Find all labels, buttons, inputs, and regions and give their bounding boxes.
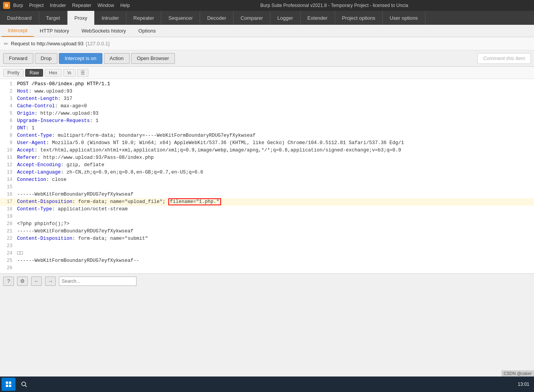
code-line-14: 14Connection: close	[0, 176, 534, 184]
fmt-newline[interactable]: \n	[63, 69, 76, 77]
code-line-11: 11Referer: http://www.upload:93/Pass-08/…	[0, 154, 534, 162]
fmt-raw[interactable]: Raw	[25, 69, 43, 77]
tab-dashboard[interactable]: Dashboard	[0, 11, 39, 25]
taskbar-start[interactable]	[2, 378, 16, 391]
code-line-23: 23	[0, 242, 534, 250]
edit-icon: ✏	[4, 41, 9, 47]
code-line-24: 24□□	[0, 250, 534, 257]
menu-help[interactable]: Help	[120, 3, 130, 8]
code-line-21: 21------WebKitFormBoundaryRDUG7eyfXykwse…	[0, 228, 534, 235]
title-bar: B Burp Project Intruder Repeater Window …	[0, 0, 534, 11]
watermark: CSDN @caker	[501, 370, 534, 377]
code-line-6: 6Upgrade-Insecure-Requests: 1	[0, 117, 534, 125]
fmt-menu-icon[interactable]: ☰	[77, 69, 88, 77]
tab-comparer[interactable]: Comparer	[233, 11, 270, 25]
sub-nav: Intercept HTTP history WebSockets histor…	[0, 25, 534, 37]
code-line-20: 20<?php phpinfo();?>	[0, 220, 534, 228]
code-line-4: 4Cache-Control: max-age=0	[0, 103, 534, 110]
code-area[interactable]: 1POST /Pass-08/index.php HTTP/1.12Host: …	[0, 79, 534, 273]
bottom-bar: ? ⚙ ← →	[0, 273, 534, 288]
code-line-9: 9User-Agent: Mozilla/5.0 (Windows NT 10.…	[0, 139, 534, 147]
subtab-intercept[interactable]: Intercept	[2, 25, 34, 37]
taskbar-clock: 13:01	[518, 382, 532, 387]
back-button[interactable]: ←	[31, 277, 42, 286]
burp-icon: B	[3, 2, 10, 9]
fmt-hex[interactable]: Hex	[45, 69, 61, 77]
code-line-26: 26	[0, 265, 534, 272]
code-line-5: 5Origin: http://www.upload:93	[0, 110, 534, 117]
request-header: ✏ Request to http://www.upload:93 [127.0…	[0, 37, 534, 50]
tab-extender[interactable]: Extender	[301, 11, 335, 25]
help-button[interactable]: ?	[3, 277, 14, 286]
main-nav: Dashboard Target Proxy Intruder Repeater…	[0, 11, 534, 25]
tab-user-options[interactable]: User options	[383, 11, 425, 25]
svg-rect-0	[6, 382, 8, 384]
code-line-7: 7DNT: 1	[0, 125, 534, 132]
taskbar: 13:01	[0, 377, 534, 392]
request-url: Request to http://www.upload:93	[11, 41, 83, 46]
open-browser-button[interactable]: Open Browser	[131, 53, 175, 64]
format-tabs: Pretty Raw Hex \n ☰	[0, 67, 534, 79]
tab-repeater[interactable]: Repeater	[126, 11, 161, 25]
code-line-16: 16------WebKitFormBoundaryRDUG7eyfXykwse…	[0, 191, 534, 198]
intercept-button[interactable]: Intercept is on	[59, 53, 102, 64]
code-line-1: 1POST /Pass-08/index.php HTTP/1.1	[0, 81, 534, 88]
drop-button[interactable]: Drop	[35, 53, 57, 64]
forward-button[interactable]: Forward	[3, 53, 33, 64]
tab-proxy[interactable]: Proxy	[67, 11, 95, 25]
menu-intruder[interactable]: Intruder	[50, 3, 66, 8]
code-line-13: 13Accept-Language: zh-CN,zh;q=0.9,en;q=0…	[0, 169, 534, 176]
svg-rect-2	[6, 385, 8, 387]
code-line-10: 10Accept: text/html,application/xhtml+xm…	[0, 147, 534, 154]
menu-project[interactable]: Project	[29, 3, 43, 8]
settings-button[interactable]: ⚙	[17, 277, 28, 286]
code-line-3: 3Content-Length: 317	[0, 95, 534, 103]
svg-rect-3	[9, 385, 11, 387]
code-line-17: 17Content-Disposition: form-data; name="…	[0, 198, 534, 206]
tab-decoder[interactable]: Decoder	[200, 11, 233, 25]
forward-nav-button[interactable]: →	[45, 277, 56, 286]
tab-project-options[interactable]: Project options	[335, 11, 383, 25]
code-line-8: 8Content-Type: multipart/form-data; boun…	[0, 132, 534, 139]
subtab-websockets-history[interactable]: WebSockets history	[75, 25, 132, 37]
subtab-options[interactable]: Options	[132, 25, 162, 37]
code-line-22: 22Content-Disposition: form-data; name="…	[0, 235, 534, 242]
code-line-25: 25------WebKitFormBoundaryRDUG7eyfXykwse…	[0, 257, 534, 265]
fmt-pretty[interactable]: Pretty	[3, 69, 24, 77]
action-button[interactable]: Action	[104, 53, 130, 64]
code-line-19: 19	[0, 213, 534, 220]
code-line-15: 15	[0, 184, 534, 191]
tab-logger[interactable]: Logger	[270, 11, 300, 25]
search-input[interactable]	[59, 277, 137, 286]
menu-window[interactable]: Window	[97, 3, 114, 8]
request-ip: [127.0.0.1]	[86, 41, 109, 46]
tab-sequencer[interactable]: Sequencer	[161, 11, 200, 25]
tab-target[interactable]: Target	[39, 11, 67, 25]
title-bar-menu[interactable]: Burp Project Intruder Repeater Window He…	[13, 3, 130, 8]
subtab-http-history[interactable]: HTTP history	[34, 25, 76, 37]
taskbar-search[interactable]	[17, 378, 31, 391]
code-line-12: 12Accept-Encoding: gzip, deflate	[0, 162, 534, 169]
menu-repeater[interactable]: Repeater	[72, 3, 91, 8]
code-line-18: 18Content-Type: application/octet-stream	[0, 206, 534, 213]
tab-intruder[interactable]: Intruder	[95, 11, 126, 25]
code-line-2: 2Host: www.upload:93	[0, 88, 534, 95]
svg-point-4	[22, 382, 26, 386]
svg-rect-1	[9, 382, 11, 384]
comment-button[interactable]: Comment this item	[477, 53, 531, 64]
menu-burp[interactable]: Burp	[13, 3, 23, 8]
svg-line-5	[25, 385, 27, 387]
toolbar: Forward Drop Intercept is on Action Open…	[0, 50, 534, 67]
app-title: Burp Suite Professional v2021.8 - Tempor…	[138, 3, 531, 8]
